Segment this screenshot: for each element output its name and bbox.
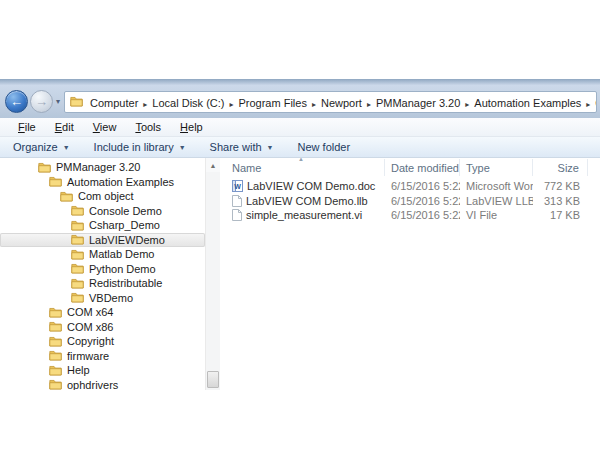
breadcrumb-segment-com-object[interactable]: Com object xyxy=(591,97,597,109)
scrollbar-thumb[interactable] xyxy=(207,371,219,388)
tree-item-help[interactable]: Help xyxy=(0,363,205,378)
tree-item-firmware[interactable]: firmware xyxy=(0,349,205,364)
folder-tree-panel: PMManager 3.20Automation ExamplesCom obj… xyxy=(0,158,205,390)
breadcrumb-segment-newport[interactable]: Newport xyxy=(317,97,366,109)
tree-item-ophdrivers[interactable]: ophdrivers xyxy=(0,378,205,391)
folder-icon xyxy=(49,321,62,332)
scroll-up-arrow-icon[interactable]: ▲ xyxy=(206,158,220,172)
breadcrumb-segment-pmmanager-3-20[interactable]: PMManager 3.20 xyxy=(372,97,464,109)
sort-ascending-icon: ▲ xyxy=(298,158,304,162)
folder-icon xyxy=(60,191,73,202)
word-document-icon: W xyxy=(232,180,243,192)
file-name: simple_measurement.vi xyxy=(230,209,385,221)
toolbar-include-in-library-button[interactable]: Include in library▼ xyxy=(94,141,186,153)
folder-icon xyxy=(71,278,84,289)
folder-icon xyxy=(49,379,62,390)
folder-icon xyxy=(71,205,84,216)
tree-item-label: Com object xyxy=(78,190,134,202)
file-type: VI File xyxy=(460,209,533,221)
tree-item-label: Redistributable xyxy=(89,277,162,289)
forward-arrow-icon: → xyxy=(31,91,52,112)
tree-item-label: ophdrivers xyxy=(67,379,118,390)
folder-icon xyxy=(71,234,84,245)
menu-file[interactable]: File xyxy=(9,121,46,133)
toolbar-button-label: Share with xyxy=(210,141,262,153)
tree-item-labviewdemo[interactable]: LabVIEWDemo xyxy=(0,233,205,248)
breadcrumb-segment-computer[interactable]: Computer xyxy=(86,97,142,109)
file-type: Microsoft Word ... xyxy=(460,180,533,192)
file-size: 313 KB xyxy=(533,195,588,207)
tree-item-com-object[interactable]: Com object xyxy=(0,189,205,204)
folder-icon xyxy=(71,249,84,260)
menu-tools[interactable]: Tools xyxy=(126,121,171,133)
toolbar-button-label: New folder xyxy=(298,141,351,153)
menu-help[interactable]: Help xyxy=(171,121,213,133)
dropdown-caret-icon: ▼ xyxy=(267,144,274,151)
tree-item-label: Help xyxy=(67,364,90,376)
breadcrumb-segment-automation-examples[interactable]: Automation Examples xyxy=(470,97,585,109)
tree-item-copyright[interactable]: Copyright xyxy=(0,334,205,349)
folder-icon xyxy=(49,336,62,347)
menu-bar: FileEditViewToolsHelp xyxy=(0,118,600,137)
tree-item-label: COM x64 xyxy=(67,306,113,318)
tree-item-vbdemo[interactable]: VBDemo xyxy=(0,291,205,306)
tree-item-label: PMManager 3.20 xyxy=(56,161,140,173)
tree-item-label: Copyright xyxy=(67,335,114,347)
dropdown-caret-icon: ▼ xyxy=(63,144,70,151)
column-header-name[interactable]: Name xyxy=(230,159,385,176)
file-list-header: ▲ Name Date modified Type Size xyxy=(230,159,600,176)
breadcrumb-segment-program-files[interactable]: Program Files xyxy=(234,97,310,109)
tree-item-matlab-demo[interactable]: Matlab Demo xyxy=(0,247,205,262)
tree-item-csharp-demo[interactable]: Csharp_Demo xyxy=(0,218,205,233)
address-folder-icon xyxy=(70,93,83,111)
column-header-size[interactable]: Size xyxy=(533,159,588,176)
file-row-simple-measurement-vi[interactable]: simple_measurement.vi6/15/2016 5:22 ...V… xyxy=(230,208,600,223)
page-background: ← → ▾ Computer▸Local Disk (C:)▸Program F… xyxy=(0,0,600,450)
back-arrow-icon: ← xyxy=(6,91,27,112)
file-type: LabVIEW LLB xyxy=(460,195,533,207)
file-name-label: simple_measurement.vi xyxy=(246,209,362,221)
folder-icon xyxy=(71,292,84,303)
tree-item-label: firmware xyxy=(67,350,109,362)
back-button[interactable]: ← xyxy=(5,90,28,113)
toolbar-share-with-button[interactable]: Share with▼ xyxy=(210,141,274,153)
file-date-modified: 6/15/2016 5:22 ... xyxy=(385,180,460,192)
file-size: 772 KB xyxy=(533,180,588,192)
tree-item-pmmanager-3-20[interactable]: PMManager 3.20 xyxy=(0,160,205,175)
column-header-date-modified[interactable]: Date modified xyxy=(385,159,460,176)
tree-item-com-x86[interactable]: COM x86 xyxy=(0,320,205,335)
file-row-labview-com-demo-doc[interactable]: WLabVIEW COM Demo.doc6/15/2016 5:22 ...M… xyxy=(230,179,600,194)
tree-item-label: Python Demo xyxy=(89,263,156,275)
tree-item-automation-examples[interactable]: Automation Examples xyxy=(0,175,205,190)
command-toolbar: Organize▼Include in library▼Share with▼N… xyxy=(0,137,600,158)
toolbar-button-label: Include in library xyxy=(94,141,174,153)
history-dropdown-caret-icon[interactable]: ▾ xyxy=(53,97,64,106)
tree-item-label: Matlab Demo xyxy=(89,248,154,260)
toolbar-organize-button[interactable]: Organize▼ xyxy=(13,141,70,153)
address-bar[interactable]: Computer▸Local Disk (C:)▸Program Files▸N… xyxy=(64,91,597,113)
tree-item-label: VBDemo xyxy=(89,292,133,304)
menu-edit[interactable]: Edit xyxy=(46,121,84,133)
file-name-label: LabVIEW COM Demo.llb xyxy=(246,195,368,207)
tree-scrollbar[interactable]: ▲ xyxy=(205,158,220,390)
file-name: WLabVIEW COM Demo.doc xyxy=(230,180,385,192)
folder-icon xyxy=(71,263,84,274)
file-row-labview-com-demo-llb[interactable]: LabVIEW COM Demo.llb6/15/2016 5:22 ...La… xyxy=(230,194,600,209)
toolbar-new-folder-button[interactable]: New folder xyxy=(298,141,351,153)
tree-item-com-x64[interactable]: COM x64 xyxy=(0,305,205,320)
forward-button[interactable]: → xyxy=(30,90,53,113)
column-header-type[interactable]: Type xyxy=(460,159,533,176)
breadcrumb: Computer▸Local Disk (C:)▸Program Files▸N… xyxy=(86,93,597,111)
file-name-label: LabVIEW COM Demo.doc xyxy=(247,180,375,192)
navigation-bar: ← → ▾ Computer▸Local Disk (C:)▸Program F… xyxy=(0,85,600,118)
file-size: 17 KB xyxy=(533,209,588,221)
tree-item-redistributable[interactable]: Redistributable xyxy=(0,276,205,291)
breadcrumb-segment-local-disk-c[interactable]: Local Disk (C:) xyxy=(148,97,228,109)
tree-item-console-demo[interactable]: Console Demo xyxy=(0,204,205,219)
file-name: LabVIEW COM Demo.llb xyxy=(230,195,385,207)
tree-item-python-demo[interactable]: Python Demo xyxy=(0,262,205,277)
file-icon xyxy=(232,195,242,207)
menu-view[interactable]: View xyxy=(84,121,127,133)
tree-item-label: LabVIEWDemo xyxy=(89,234,165,246)
folder-icon xyxy=(38,162,51,173)
